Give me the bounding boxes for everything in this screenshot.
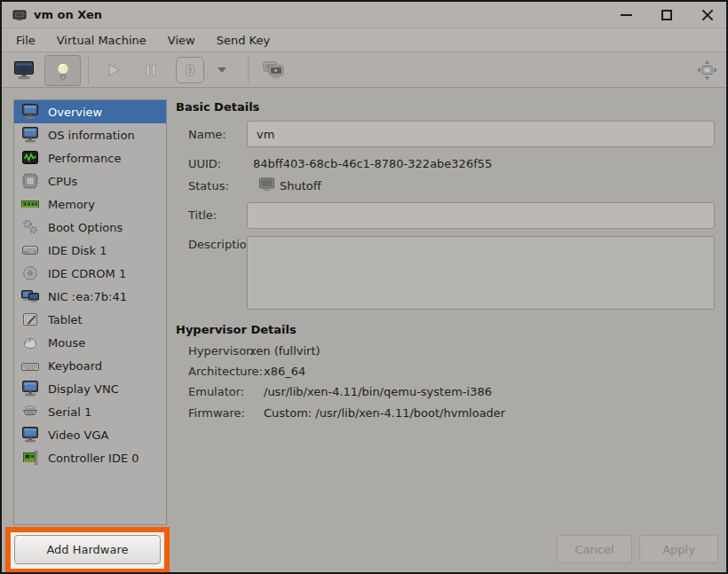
shutdown-button[interactable] — [176, 57, 204, 83]
monitor-icon — [20, 103, 41, 121]
sidebar-item-ide-disk-1[interactable]: IDE Disk 1 — [14, 239, 166, 262]
show-details-button[interactable] — [44, 55, 81, 86]
uuid-label: UUID: — [188, 157, 221, 170]
uuid-value: 84bff403-68cb-46c1-8780-322abe326f55 — [253, 157, 492, 170]
monitor-icon — [20, 380, 41, 397]
disk-icon — [20, 241, 41, 259]
toolbar-separator — [88, 56, 89, 84]
sidebar-item-video-vga[interactable]: Video VGA — [14, 423, 166, 446]
close-icon — [701, 9, 714, 21]
emulator-value: /usr/lib/xen-4.11/bin/qemu-system-i386 — [264, 385, 492, 398]
menu-file[interactable]: File — [5, 30, 46, 51]
sidebar-item-ide-cdrom-1[interactable]: IDE CDROM 1 — [14, 262, 166, 285]
sidebar-item-memory[interactable]: Memory — [14, 193, 166, 216]
console-windows-button[interactable] — [259, 55, 288, 85]
sidebar-item-cpus[interactable]: CPUs — [14, 169, 166, 193]
gears-icon — [20, 218, 41, 236]
firmware-value: Custom: /usr/lib/xen-4.11/boot/hvmloader — [264, 406, 505, 420]
monitor-icon — [20, 126, 41, 144]
fullscreen-icon — [693, 58, 720, 83]
architecture-label: Architecture: — [188, 365, 263, 378]
sidebar-item-os-information[interactable]: OS information — [14, 123, 166, 146]
sidebar-item-performance[interactable]: Performance — [14, 146, 166, 169]
performance-graph-icon — [20, 149, 41, 167]
menu-view[interactable]: View — [157, 30, 206, 51]
toolbar-separator — [248, 56, 249, 84]
menu-virtual-machine[interactable]: Virtual Machine — [46, 30, 157, 51]
run-button[interactable] — [99, 55, 128, 85]
shutdown-icon — [182, 62, 198, 78]
status-label: Status: — [188, 179, 229, 193]
title-label: Title: — [188, 208, 217, 222]
app-icon — [12, 8, 27, 22]
sidebar-item-keyboard[interactable]: Keyboard — [14, 354, 166, 377]
cpu-chip-icon — [20, 172, 41, 190]
sidebar-item-mouse[interactable]: Mouse — [14, 331, 166, 354]
screens-icon — [261, 59, 286, 81]
shutoff-monitor-icon — [258, 177, 275, 192]
sidebar-item-nic[interactable]: NIC :ea:7b:41 — [14, 285, 166, 308]
lightbulb-icon — [51, 60, 75, 82]
sidebar-item-tablet[interactable]: Tablet — [14, 308, 166, 331]
monitor-icon — [20, 426, 41, 444]
cancel-button[interactable]: Cancel — [557, 535, 632, 563]
menu-send-key[interactable]: Send Key — [206, 30, 281, 51]
network-icon — [20, 287, 41, 305]
minimize-icon — [621, 14, 632, 16]
tablet-icon — [20, 311, 41, 328]
close-button[interactable] — [698, 5, 717, 25]
console-monitor-icon — [12, 59, 36, 81]
play-icon — [102, 59, 125, 81]
chevron-down-icon — [218, 67, 226, 73]
sidebar-item-overview[interactable]: Overview — [14, 100, 166, 123]
add-hardware-button[interactable]: Add Hardware — [14, 535, 161, 564]
pause-icon — [139, 59, 162, 81]
title-input[interactable] — [247, 202, 715, 229]
titlebar: vm on Xen — [2, 2, 726, 28]
sidebar-item-serial-1[interactable]: Serial 1 — [14, 400, 166, 423]
serial-port-icon — [20, 403, 41, 421]
window-controls — [616, 2, 717, 28]
hypervisor-details-heading: Hypervisor Details — [176, 323, 297, 336]
mouse-icon — [20, 334, 41, 351]
status-value: Shutoff — [280, 179, 321, 193]
virt-manager-window: vm on Xen File Virtual Machine View Send… — [0, 0, 728, 574]
show-console-button[interactable] — [9, 55, 39, 85]
name-input[interactable] — [247, 121, 715, 147]
menubar: File Virtual Machine View Send Key — [2, 28, 726, 52]
memory-stick-icon — [20, 195, 41, 213]
maximize-button[interactable] — [657, 5, 677, 25]
keyboard-icon — [20, 357, 41, 374]
architecture-value: x86_64 — [264, 365, 305, 378]
name-label: Name: — [188, 128, 226, 141]
sidebar-item-controller-ide-0[interactable]: Controller IDE 0 — [14, 446, 166, 469]
apply-button[interactable]: Apply — [639, 535, 718, 563]
window-title: vm on Xen — [34, 8, 102, 21]
sidebar-item-display-vnc[interactable]: Display VNC — [14, 377, 166, 400]
emulator-label: Emulator: — [188, 385, 244, 398]
sidebar-item-boot-options[interactable]: Boot Options — [14, 216, 166, 239]
fullscreen-button[interactable] — [692, 57, 721, 83]
pause-button[interactable] — [137, 55, 165, 85]
minimize-button[interactable] — [616, 5, 636, 25]
hypervisor-label: Hypervisor: — [188, 344, 255, 358]
firmware-label: Firmware: — [188, 406, 245, 420]
controller-card-icon — [20, 449, 41, 467]
hardware-list: Overview OS information Performance CPUs… — [13, 99, 167, 525]
hypervisor-value: xen (fullvirt) — [249, 344, 320, 358]
cdrom-icon — [20, 264, 41, 282]
basic-details-heading: Basic Details — [176, 100, 259, 114]
maximize-icon — [661, 10, 672, 20]
shutdown-menu-button[interactable] — [215, 66, 229, 75]
description-input[interactable] — [247, 236, 715, 310]
